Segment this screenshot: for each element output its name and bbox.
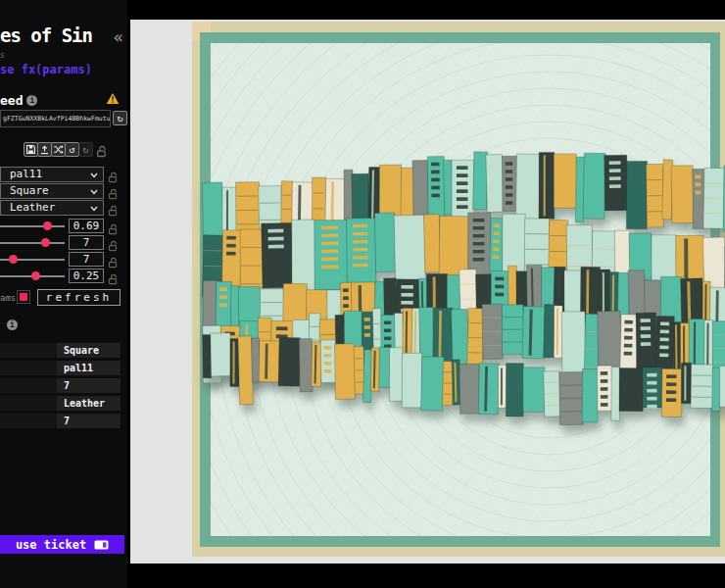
generative-artwork [192,22,725,557]
table-row: Leather [0,396,121,411]
table-cell-value: Square [57,343,121,358]
project-title: es of Sin [0,24,102,46]
chevron-down-icon [90,172,98,178]
info-icon: i [26,95,37,106]
artwork-stage [130,20,725,564]
use-ticket-button[interactable]: use ticket [0,535,124,554]
slider-track[interactable] [0,242,65,244]
slider-value-input[interactable]: 0.69 [69,219,104,233]
fx-params-link[interactable]: se fx(params) [0,63,92,76]
table-cell-label [0,396,57,411]
table-row: pal11 [0,361,121,375]
slider-thumb[interactable] [43,221,52,230]
table-cell-value: 7 [57,414,121,428]
ticket-icon [94,540,109,550]
slider-track[interactable] [0,275,65,277]
swatch-color [20,293,27,301]
table-cell-label [0,414,57,428]
seed-toolbar: ↺ ↻ [0,142,127,159]
slider-thumb[interactable] [9,255,18,264]
subtitle-fragment: s [0,51,5,60]
slider-value-input[interactable]: 7 [69,235,104,250]
slider-value-input[interactable]: 7 [69,252,104,267]
upload-button[interactable] [37,142,52,157]
palette-select-value: pal11 [10,168,42,180]
params-sidebar: es of Sin « s se fx(params) eedi gFZTGuN… [0,0,127,588]
info-icon: i [7,319,18,330]
table-cell-value: pal11 [57,361,121,375]
artwork-canvas [192,22,725,557]
slider-track[interactable] [0,259,65,261]
use-ticket-label: use ticket [16,538,86,552]
texture-select-value: Leather [10,201,55,214]
slider-thumb[interactable] [31,271,40,280]
seed-label: eed [0,93,23,108]
shuffle-button[interactable] [51,142,66,157]
chevron-down-icon [90,206,98,212]
color-swatch-button[interactable] [17,290,30,304]
table-row: 7 [0,414,121,428]
table-row: Square [0,343,121,358]
redo-button[interactable]: ↻ [78,142,93,157]
table-cell-label [0,378,57,393]
table-cell-label [0,361,57,375]
palette-select[interactable]: pal11 [0,167,104,182]
shape-select[interactable]: Square [0,183,104,199]
slider-track[interactable] [0,225,65,227]
lock-icon[interactable] [108,270,120,289]
slider-row-2: 7 [0,235,127,250]
app-window: es of Sin « s se fx(params) eedi gFZTGuN… [0,0,725,588]
table-cell-value: Leather [57,396,121,411]
texture-select[interactable]: Leather [0,200,104,216]
table-row: 7 [0,378,121,393]
table-cell-value: 7 [57,378,121,393]
save-button[interactable] [24,142,38,157]
select-row-shape: Square [0,183,127,199]
select-row-texture: Leather [0,200,127,216]
slider-row-1: 0.69 [0,219,127,233]
seed-input[interactable]: gFZTGuNXXBkLAvfPi4BBhkwFmutuvp [0,110,111,127]
collapse-sidebar-icon[interactable]: « [114,27,123,47]
chevron-down-icon [90,189,98,195]
select-row-palette: pal11 [0,167,127,182]
slider-row-4: 0.25 [0,269,127,283]
seed-section-header: eedi [0,90,127,106]
lock-all-icon[interactable] [96,143,109,162]
params-label-fragment: ams [0,293,16,303]
params-summary-table: Square pal11 7 Leather 7 [0,343,121,431]
slider-row-3: 7 [0,252,127,267]
undo-button[interactable]: ↺ [65,142,79,157]
slider-value-input[interactable]: 0.25 [69,269,104,283]
slider-thumb[interactable] [41,238,50,247]
seed-refresh-button[interactable]: ↻ [113,111,127,125]
warning-icon [106,90,120,109]
table-cell-label [0,343,57,358]
refresh-button[interactable]: refresh [37,289,121,306]
shape-select-value: Square [10,184,49,197]
